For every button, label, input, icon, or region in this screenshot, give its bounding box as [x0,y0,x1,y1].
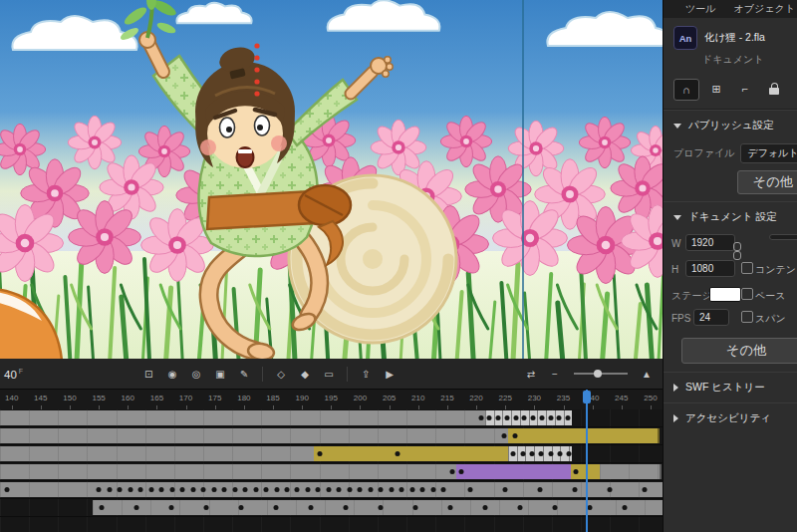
keyframe-dot[interactable] [274,487,279,492]
keyframe-dot[interactable] [168,505,173,510]
span-checkbox[interactable] [741,311,753,323]
timeline-layer-row[interactable] [0,409,663,427]
timeline-layer-row[interactable] [0,463,663,481]
keyframe-dot[interactable] [4,487,9,492]
keyframe-dot[interactable] [169,487,174,492]
timeline-segment-keys[interactable] [508,446,572,461]
center-frame-icon[interactable]: ⊡ [138,364,158,384]
keyframe-dot[interactable] [264,487,269,492]
keyframe-dot[interactable] [337,487,342,492]
keyframe-dot[interactable] [503,487,508,492]
keyframe-dot[interactable] [430,487,435,492]
timeline-zoom-slider[interactable] [574,373,628,375]
timeline-segment-frames[interactable] [0,482,663,497]
keyframe-dot[interactable] [548,451,553,456]
keyframe-dot[interactable] [378,505,383,510]
profile-dropdown[interactable]: デフォルト [740,143,797,163]
timeline-zoom-fit-icon[interactable]: ▲ [637,364,657,384]
keyframe-dot[interactable] [389,487,394,492]
keyframe-dot[interactable] [517,505,522,510]
publish-more-button[interactable]: その他 [737,170,797,194]
keyframe-dot[interactable] [478,415,483,420]
stage-area[interactable] [0,0,663,359]
keyframe-dot[interactable] [343,505,348,510]
timeline-segment-yellow[interactable] [508,428,660,443]
insert-keyframe-icon[interactable]: ◇ [271,364,291,384]
loop-range-icon[interactable]: ⇄ [521,364,541,384]
timeline-segment-frames[interactable] [0,428,510,443]
keyframe-dot[interactable] [253,487,258,492]
keyframe-dot[interactable] [412,505,417,510]
stage-canvas[interactable] [0,0,663,359]
keyframe-dot[interactable] [232,487,237,492]
keyframe-dot[interactable] [379,487,384,492]
document-settings-header[interactable]: ドキュメント 設定 [664,201,797,232]
keyframe-dot[interactable] [513,415,518,420]
keyframe-dot[interactable] [441,487,446,492]
keyframe-dot[interactable] [100,505,105,510]
keyframe-dot[interactable] [203,505,208,510]
keyframe-dot[interactable] [587,505,592,510]
keyframe-dot[interactable] [548,415,553,420]
accessibility-header[interactable]: アクセシビリティ [664,402,797,433]
height-field[interactable]: 1080 [685,260,735,277]
keyframe-dot[interactable] [538,487,543,492]
timeline-segment-keys[interactable] [485,410,572,425]
keyframe-dot[interactable] [520,451,525,456]
snap-corner-icon[interactable]: ⌐ [733,79,757,99]
keyframe-dot[interactable] [558,451,563,456]
keyframe-dot[interactable] [608,487,613,492]
timeline-segment-frames[interactable] [0,464,458,479]
keyframe-dot[interactable] [133,505,138,510]
keyframe-dot[interactable] [358,487,363,492]
snap-lock-icon[interactable] [762,79,786,99]
keyframe-dot[interactable] [317,451,322,456]
keyframe-dot[interactable] [531,415,536,420]
onion-outline-icon[interactable]: ◎ [186,364,206,384]
keyframe-dot[interactable] [574,469,579,474]
snap-align-icon[interactable]: ⊞ [704,79,728,99]
keyframe-dot[interactable] [468,487,473,492]
keyframe-dot[interactable] [420,487,425,492]
keyframe-dot[interactable] [347,487,352,492]
width-field[interactable]: 1920 [685,234,735,251]
remove-frame-icon[interactable]: ▭ [319,364,339,384]
timeline-layer-row[interactable] [0,499,663,517]
keyframe-dot[interactable] [222,487,227,492]
link-dimensions-icon[interactable] [733,242,742,260]
timeline-segment-frames[interactable] [93,500,663,515]
edit-multiple-frames-icon[interactable]: ▣ [210,364,230,384]
keyframe-dot[interactable] [449,469,454,474]
keyframe-dot[interactable] [159,487,164,492]
keyframe-dot[interactable] [326,487,331,492]
keyframe-dot[interactable] [180,487,185,492]
keyframe-dot[interactable] [211,487,216,492]
keyframe-dot[interactable] [148,487,153,492]
timeline-layer-row[interactable] [0,427,663,445]
play-icon[interactable]: ▶ [380,364,399,384]
secondary-field[interactable] [769,234,797,240]
timeline-segment-frames[interactable] [0,410,487,425]
timeline-tracks[interactable] [0,409,663,532]
keyframe-dot[interactable] [97,487,102,492]
swf-history-header[interactable]: SWF ヒストリー [664,372,797,402]
keyframe-dot[interactable] [316,487,321,492]
timeline-segment-purple[interactable] [456,464,573,479]
keyframe-dot[interactable] [201,487,206,492]
playhead[interactable] [586,390,588,532]
keyframe-dot[interactable] [396,451,400,456]
keyframe-dot[interactable] [496,415,501,420]
playhead-head[interactable] [583,391,591,403]
keyframe-dot[interactable] [295,487,300,492]
keyframe-dot[interactable] [622,505,627,510]
keyframe-dot[interactable] [511,451,516,456]
keyframe-dot[interactable] [273,505,278,510]
keyframe-dot[interactable] [487,415,492,420]
timeline-frames-area[interactable]: 1401451501551601651701751801851901952002… [0,390,663,532]
match-contents-checkbox[interactable] [741,262,753,274]
keyframe-dot[interactable] [573,487,578,492]
keyframe-dot[interactable] [447,505,452,510]
zoom-slider-knob[interactable] [594,370,602,378]
keyframe-dot[interactable] [502,433,507,438]
keyframe-dot[interactable] [539,415,544,420]
